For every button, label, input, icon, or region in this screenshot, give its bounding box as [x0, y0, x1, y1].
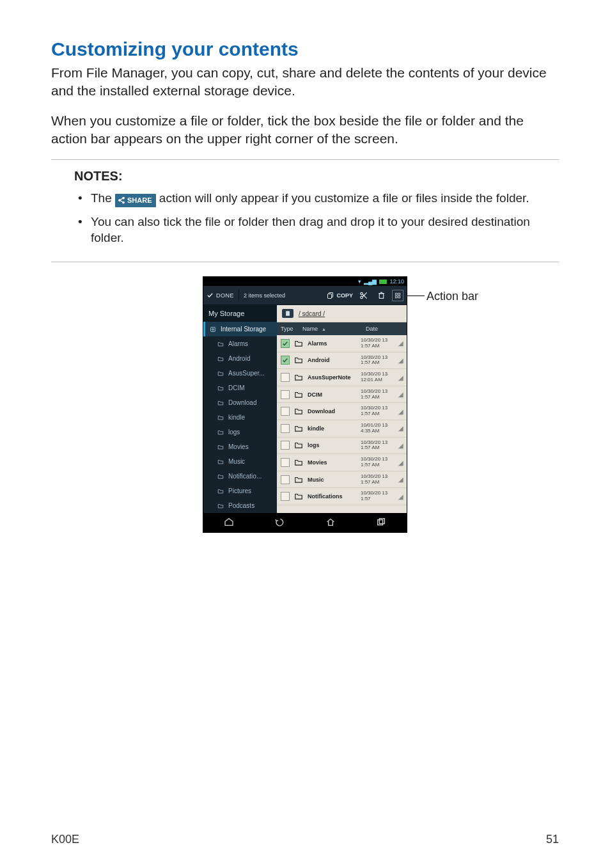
nav-home-icon[interactable]: [224, 517, 234, 528]
file-name: Movies: [308, 459, 361, 466]
sidebar: My Storage Internal Storage AlarmsAndroi…: [203, 305, 277, 513]
sidebar-item[interactable]: Download: [203, 395, 277, 410]
system-nav-bar: [203, 513, 407, 532]
sidebar-item[interactable]: Podcasts: [203, 498, 277, 513]
table-row[interactable]: Movies10/30/20 13 1:57 AM◢: [277, 454, 407, 471]
sidebar-item-label: AsusSuper...: [228, 370, 265, 377]
row-checkbox[interactable]: [281, 356, 290, 365]
chevron-right-icon: ◢: [398, 408, 404, 415]
row-checkbox[interactable]: [281, 407, 290, 416]
device-screenshot: ▾ ▂▄▆ 12:10 DONE 2 items selected COPY: [203, 276, 407, 533]
sidebar-item-label: logs: [228, 429, 240, 436]
folder-icon: [217, 414, 224, 421]
sidebar-item-internal-storage[interactable]: Internal Storage: [203, 322, 277, 336]
svg-rect-16: [395, 296, 397, 297]
file-date: 10/30/20 13 1:57 AM: [361, 440, 398, 452]
table-row[interactable]: Alarms10/30/20 13 1:57 AM◢: [277, 335, 407, 352]
select-all-button[interactable]: [392, 290, 403, 301]
sidebar-item[interactable]: Android: [203, 351, 277, 366]
cut-button[interactable]: [357, 289, 370, 302]
notes-block: NOTES: The SHARE action will only appear…: [51, 159, 559, 262]
intro-paragraph-2: When you customize a file or folder, tic…: [51, 112, 559, 148]
nav-recent-icon[interactable]: [376, 517, 386, 528]
callout-leader-line: [405, 296, 425, 296]
file-name: DCIM: [308, 391, 361, 398]
table-row[interactable]: Android10/30/20 13 1:57 AM◢: [277, 352, 407, 370]
row-checkbox[interactable]: [281, 441, 290, 450]
row-checkbox[interactable]: [281, 373, 290, 382]
col-name[interactable]: Name ▲: [299, 322, 362, 335]
svg-rect-18: [211, 327, 215, 331]
file-list[interactable]: Alarms10/30/20 13 1:57 AM◢Android10/30/2…: [277, 335, 407, 505]
svg-rect-15: [398, 293, 400, 295]
svg-rect-20: [286, 311, 290, 316]
folder-icon: [217, 488, 224, 494]
status-time: 12:10: [389, 278, 404, 285]
copy-label: COPY: [336, 292, 353, 299]
breadcrumb[interactable]: / sdcard /: [299, 310, 325, 317]
sidebar-item[interactable]: Alarms: [203, 336, 277, 351]
sidebar-item[interactable]: AsusSuper...: [203, 366, 277, 381]
file-name: Android: [308, 357, 361, 363]
chevron-right-icon: ◢: [398, 459, 404, 466]
row-checkbox[interactable]: [281, 475, 290, 484]
folder-icon: [293, 492, 304, 501]
file-date: 10/30/20 13 1:57 AM: [361, 389, 398, 400]
sidebar-header: My Storage: [203, 305, 277, 322]
sidebar-item[interactable]: Music: [203, 454, 277, 469]
folder-icon: [217, 370, 224, 377]
row-checkbox[interactable]: [281, 458, 290, 467]
sdcard-icon[interactable]: [282, 309, 293, 318]
sidebar-item-label: kindle: [228, 414, 245, 421]
sidebar-item[interactable]: kindle: [203, 410, 277, 425]
file-name: Notifications: [308, 493, 361, 500]
sidebar-item-label: Movies: [228, 443, 249, 450]
share-chip-label: SHARE: [127, 196, 152, 205]
delete-button[interactable]: [375, 289, 387, 302]
page-footer: K00E 51: [51, 833, 559, 846]
notes-title: NOTES:: [74, 169, 558, 184]
row-checkbox[interactable]: [281, 339, 290, 348]
table-row[interactable]: Download10/30/20 13 1:57 AM◢: [277, 403, 407, 420]
row-checkbox[interactable]: [281, 390, 290, 399]
folder-icon: [293, 339, 304, 348]
done-button[interactable]: DONE: [207, 292, 234, 299]
table-row[interactable]: logs10/30/20 13 1:57 AM◢: [277, 438, 407, 455]
col-date[interactable]: Date: [362, 322, 407, 335]
file-name: logs: [308, 442, 361, 448]
row-checkbox[interactable]: [281, 492, 290, 501]
sidebar-item[interactable]: Notificatio...: [203, 469, 277, 484]
sidebar-item-label: Internal Storage: [221, 326, 266, 333]
sidebar-item-label: Music: [228, 458, 245, 465]
folder-icon: [217, 429, 224, 436]
sidebar-item-label: Android: [228, 355, 250, 362]
sidebar-item[interactable]: Pictures: [203, 484, 277, 498]
sidebar-item-label: Download: [228, 399, 256, 406]
table-row[interactable]: Notifications10/30/20 13 1:57◢: [277, 488, 407, 505]
svg-rect-11: [379, 294, 384, 299]
table-row[interactable]: AsusSuperNote10/30/20 13 12:01 AM◢: [277, 369, 407, 386]
folder-icon: [217, 385, 224, 391]
sidebar-item[interactable]: DCIM: [203, 381, 277, 395]
file-name: Music: [308, 477, 361, 483]
sidebar-item[interactable]: Movies: [203, 439, 277, 454]
sidebar-item[interactable]: logs: [203, 425, 277, 439]
row-checkbox[interactable]: [281, 424, 290, 433]
sidebar-item-label: Notificatio...: [228, 473, 262, 480]
col-type[interactable]: Type: [277, 322, 299, 335]
copy-button[interactable]: COPY: [327, 292, 353, 299]
table-row[interactable]: kindle10/01/20 13 4:35 AM◢: [277, 420, 407, 438]
folder-icon: [293, 475, 304, 484]
svg-point-7: [361, 292, 363, 295]
note-item-2: You can also tick the file or folder the…: [78, 214, 558, 246]
file-date: 10/30/20 13 1:57 AM: [361, 474, 398, 485]
sort-asc-icon: ▲: [322, 327, 326, 331]
nav-home2-icon[interactable]: [325, 517, 336, 528]
section-heading: Customizing your contents: [51, 38, 559, 60]
trash-icon: [377, 291, 386, 299]
nav-back-icon[interactable]: [274, 517, 285, 528]
table-row[interactable]: Music10/30/20 13 1:57 AM◢: [277, 471, 407, 489]
share-icon: [118, 196, 125, 204]
footer-page-number: 51: [546, 833, 559, 846]
table-row[interactable]: DCIM10/30/20 13 1:57 AM◢: [277, 386, 407, 404]
